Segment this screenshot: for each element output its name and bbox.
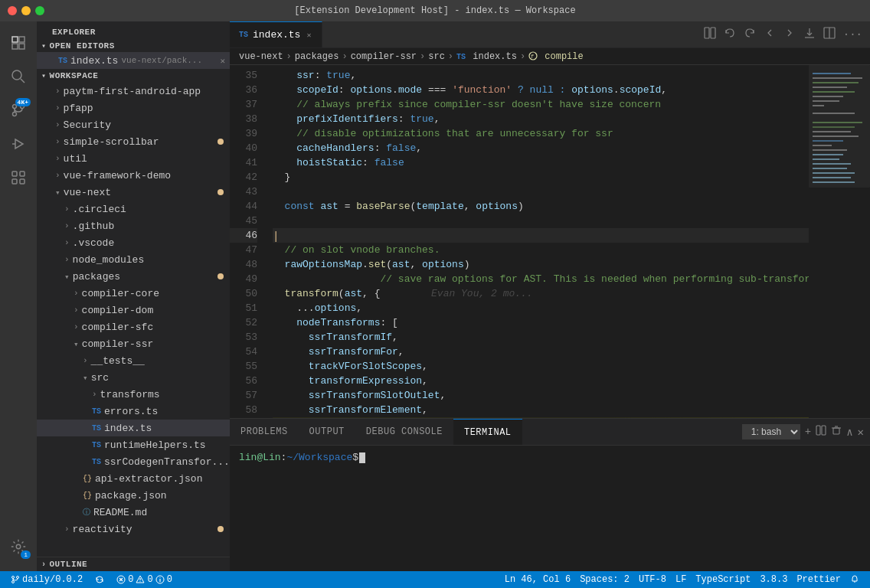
split-terminal-icon[interactable] <box>816 425 826 439</box>
folder-transforms[interactable]: › transforms <box>37 386 230 403</box>
code-line-44: const ast = baseParse(template, options) <box>273 199 809 214</box>
add-terminal-icon[interactable]: + <box>805 426 811 438</box>
breadcrumb-src[interactable]: src <box>428 51 445 62</box>
file-index-ts[interactable]: TS index.ts <box>37 420 230 436</box>
code-scroll-area[interactable]: 35 36 37 38 39 40 41 42 43 44 45 46 47 4… <box>230 65 870 418</box>
status-language[interactable]: TypeScript <box>691 571 755 588</box>
activity-extensions[interactable] <box>3 162 34 193</box>
folder-circleci[interactable]: › .circleci <box>37 201 230 217</box>
workspace-section[interactable]: ▾ Workspace <box>37 69 230 83</box>
close-button[interactable] <box>8 6 17 15</box>
ln-52: 52 <box>230 315 257 330</box>
svg-point-57 <box>12 581 15 583</box>
folder-compiler-dom[interactable]: › compiler-dom <box>37 302 230 318</box>
activity-settings[interactable]: 1 <box>3 531 34 562</box>
folder-compiler-sfc[interactable]: › compiler-sfc <box>37 318 230 335</box>
delete-terminal-icon[interactable] <box>831 425 842 439</box>
status-position[interactable]: Ln 46, Col 6 <box>500 571 575 588</box>
tab-debug-console[interactable]: DEBUG CONSOLE <box>355 419 453 445</box>
redo-icon[interactable] <box>742 25 757 44</box>
status-spaces[interactable]: Spaces: 2 <box>575 571 634 588</box>
folder-src[interactable]: ▾ src <box>37 369 230 386</box>
tab-ts-icon: TS <box>239 31 248 39</box>
open-editor-close[interactable]: ✕ <box>220 56 225 66</box>
open-editors-section[interactable]: ▾ Open Editors <box>37 40 230 52</box>
tab-output[interactable]: OUTPUT <box>299 419 355 445</box>
folder-vscode[interactable]: › .vscode <box>37 234 230 251</box>
status-encoding[interactable]: UTF-8 <box>634 571 671 588</box>
minimize-button[interactable] <box>21 6 31 15</box>
close-panel-icon[interactable]: ✕ <box>858 426 864 439</box>
folder-name: compiler-sfc <box>82 322 154 333</box>
go-forward-icon[interactable] <box>782 25 797 44</box>
outline-section[interactable]: › Outline <box>37 557 230 571</box>
layout-icon[interactable] <box>822 25 837 44</box>
tab-index-ts[interactable]: TS index.ts ✕ <box>230 21 322 47</box>
file-api-extractor[interactable]: {} api-extractor.json <box>37 470 230 487</box>
folder-node-modules[interactable]: › node_modules <box>37 251 230 268</box>
terminal-content[interactable]: lin@Lin : ~/Workspace $ <box>230 446 870 571</box>
folder-security[interactable]: › Security <box>37 116 230 133</box>
folder-compiler-core[interactable]: › compiler-core <box>37 285 230 302</box>
breadcrumb-index-ts[interactable]: TS index.ts <box>456 51 517 62</box>
status-sync[interactable] <box>90 571 109 588</box>
workspace-label: Workspace <box>50 71 99 80</box>
svg-rect-13 <box>20 172 25 176</box>
chevron-down-icon: ▾ <box>55 188 61 198</box>
status-version[interactable]: 3.8.3 <box>755 571 792 588</box>
activity-git[interactable]: 4K+ <box>3 95 34 126</box>
file-package-json[interactable]: {} package.json <box>37 487 230 504</box>
folder-vue-next[interactable]: ▾ vue-next <box>37 184 230 201</box>
folder-simple-scrollbar[interactable]: › simple-scrollbar <box>37 133 230 150</box>
folder-tests[interactable]: › __tests__ <box>37 352 230 369</box>
breadcrumb-vue-next[interactable]: vue-next <box>239 51 283 62</box>
tab-spacer <box>322 21 695 47</box>
go-back-icon[interactable] <box>762 25 777 44</box>
activity-explorer[interactable] <box>3 28 34 58</box>
status-notifications[interactable] <box>845 571 864 588</box>
svg-rect-2 <box>12 44 18 49</box>
breadcrumb-compile[interactable]: f compile <box>528 51 584 62</box>
ln-35: 35 <box>230 68 257 83</box>
collapse-panel-icon[interactable]: ∧ <box>846 426 852 439</box>
file-errors-ts[interactable]: TS errors.ts <box>37 403 230 420</box>
folder-pfapp[interactable]: › pfapp <box>37 100 230 116</box>
status-errors[interactable]: 0 0 0 <box>112 571 177 588</box>
code-line-47: // on slot vnode branches. <box>273 243 809 257</box>
folder-packages[interactable]: ▾ packages <box>37 268 230 285</box>
folder-github[interactable]: › .github <box>37 217 230 234</box>
split-editor-icon[interactable] <box>702 25 718 44</box>
code-line-38: prefixIdentifiers: true, <box>273 112 809 126</box>
status-formatter[interactable]: Prettier <box>792 571 845 588</box>
folder-compiler-ssr[interactable]: ▾ compiler-ssr <box>37 335 230 352</box>
undo-icon[interactable] <box>722 25 738 44</box>
more-icon[interactable]: ··· <box>842 27 864 42</box>
version-text: 3.8.3 <box>760 574 787 585</box>
file-runtime-helpers[interactable]: TS runtimeHelpers.ts <box>37 436 230 453</box>
code-content[interactable]: ssr: true, scopeId: options.mode === 'fu… <box>267 65 809 418</box>
breadcrumb-packages[interactable]: packages <box>295 51 339 62</box>
maximize-button[interactable] <box>35 6 44 15</box>
file-ssr-codegen[interactable]: TS ssrCodegenTransfor... <box>37 453 230 470</box>
folder-reactivity[interactable]: › reactivity <box>37 521 230 537</box>
status-branch[interactable]: daily/0.0.2 <box>6 571 87 588</box>
folder-vue-framework-demo[interactable]: › vue-framework-demo <box>37 167 230 184</box>
folder-paytm[interactable]: › paytm-first-android-app <box>37 83 230 100</box>
download-icon[interactable] <box>802 25 817 44</box>
tab-terminal[interactable]: TERMINAL <box>453 419 522 445</box>
filename: runtimeHelpers.ts <box>104 439 206 451</box>
file-readme[interactable]: ⓘ README.md <box>37 504 230 521</box>
activity-search[interactable] <box>3 61 34 92</box>
chevron-right-icon: › <box>55 154 61 163</box>
status-line-ending[interactable]: LF <box>671 571 691 588</box>
tab-problems[interactable]: PROBLEMS <box>230 419 299 445</box>
ln-59: 59 <box>230 417 257 418</box>
breadcrumb-compiler-ssr[interactable]: compiler-ssr <box>351 51 417 62</box>
code-line-53: ssrTransformIf, <box>273 330 809 345</box>
activity-debug[interactable] <box>3 129 34 159</box>
terminal-dropdown[interactable]: 1: bash <box>742 424 800 439</box>
tab-close-button[interactable]: ✕ <box>305 29 312 41</box>
folder-util[interactable]: › util <box>37 150 230 167</box>
sidebar: Explorer ▾ Open Editors TS index.ts vue-… <box>37 21 230 571</box>
open-editor-index-ts[interactable]: TS index.ts vue-next/pack... ✕ <box>37 52 230 69</box>
